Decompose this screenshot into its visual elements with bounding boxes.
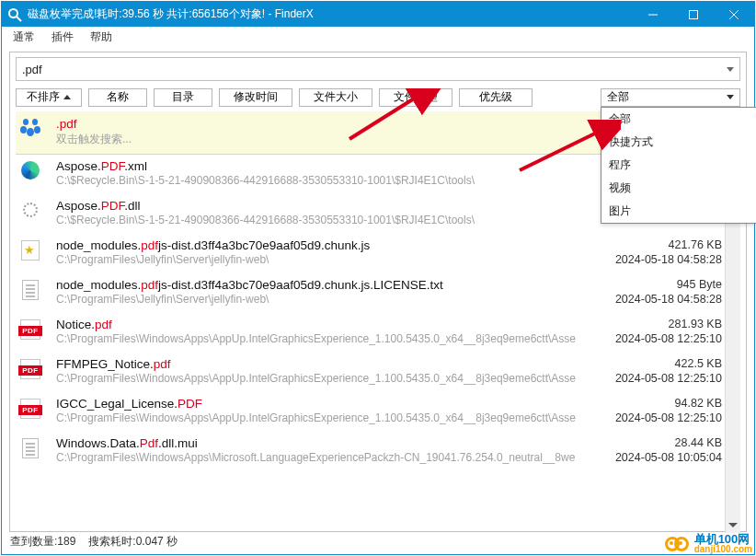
file-date: 2024-05-18 04:58:28 (577, 293, 722, 306)
scroll-down-icon[interactable] (726, 517, 740, 533)
window-title: 磁盘枚举完成!耗时:39.56 秒 共计:656156个对象! - Finder… (28, 6, 633, 22)
menu-plugins[interactable]: 插件 (46, 28, 79, 47)
status-bar: 查到数量:189 搜索耗时:0.047 秒 (10, 533, 746, 550)
file-name: node_modules.pdfjs-dist.d3ff4a3bc70e9aaf… (56, 278, 577, 292)
col-name[interactable]: 名称 (88, 88, 147, 107)
file-path: C:\$Recycle.Bin\S-1-5-21-490908366-44291… (56, 214, 577, 226)
list-item[interactable]: node_modules.pdfjs-dist.d3ff4a3bc70e9aaf… (16, 272, 740, 312)
dropdown-icon (727, 95, 734, 99)
menu-help[interactable]: 帮助 (85, 28, 118, 47)
filter-opt-image[interactable]: 图片 (601, 200, 756, 223)
file-path: C:\ProgramFiles\WindowsApps\Microsoft.La… (56, 451, 577, 464)
filter-dropdown-list: 全部 快捷方式 程序 视频 图片 (601, 107, 756, 224)
status-time: 搜索耗时:0.047 秒 (88, 534, 178, 550)
file-name: Aspose.PDF.dll (56, 199, 577, 213)
file-date: 2024-05-08 10:05:04 (577, 451, 722, 464)
file-date: 2024-05-08 12:25:10 (577, 411, 722, 424)
filter-opt-video[interactable]: 视频 (601, 177, 756, 200)
filter-selected: 全部 (607, 89, 629, 105)
baidu-icon (20, 119, 40, 139)
list-item[interactable]: node_modules.pdfjs-dist.d3ff4a3bc70e9aaf… (16, 233, 740, 272)
list-item[interactable]: PDF IGCC_Legal_License.PDFC:\ProgramFile… (16, 391, 740, 431)
file-size: 94.82 KB (577, 397, 722, 410)
file-date: 2024-05-08 12:25:10 (577, 332, 722, 345)
file-size: 421.76 KB (577, 238, 722, 251)
pdf-icon: PDF (20, 319, 40, 340)
file-path: C:\ProgramFiles\WindowsApps\AppUp.IntelG… (56, 332, 577, 345)
file-name: Windows.Data.Pdf.dll.mui (56, 436, 577, 450)
column-header: 不排序 名称 目录 修改时间 文件大小 文件类型 优先级 全部 全部 快捷方式 … (16, 87, 740, 107)
sort-arrow-icon (63, 95, 71, 99)
file-date: 2024-05-18 04:58:28 (577, 253, 722, 266)
file-name: Aspose.PDF.xml (56, 159, 577, 173)
close-button[interactable] (714, 2, 754, 27)
filter-dropdown[interactable]: 全部 全部 快捷方式 程序 视频 图片 (601, 88, 740, 107)
col-priority[interactable]: 优先级 (459, 88, 533, 107)
search-dropdown-icon[interactable] (727, 67, 734, 72)
col-type[interactable]: 文件类型 (379, 88, 452, 107)
col-dir[interactable]: 目录 (154, 88, 212, 107)
col-sort[interactable]: 不排序 (16, 88, 82, 107)
svg-rect-3 (690, 10, 698, 18)
file-name: FFMPEG_Notice.pdf (56, 357, 577, 371)
app-icon (7, 7, 22, 22)
edge-icon (21, 161, 40, 180)
maximize-button[interactable] (673, 2, 714, 27)
file-name: node_modules.pdfjs-dist.d3ff4a3bc70e9aaf… (56, 238, 577, 252)
file-size: 422.5 KB (577, 357, 722, 370)
file-path: C:\ProgramFiles\Jellyfin\Server\jellyfin… (56, 253, 577, 266)
file-size: 945 Byte (577, 278, 722, 291)
js-icon (21, 240, 40, 261)
search-text: .pdf (22, 63, 727, 76)
file-path: C:\ProgramFiles\WindowsApps\AppUp.IntelG… (56, 411, 577, 424)
titlebar[interactable]: 磁盘枚举完成!耗时:39.56 秒 共计:656156个对象! - Finder… (2, 2, 754, 27)
filter-opt-all[interactable]: 全部 (601, 108, 756, 131)
file-size: 281.93 KB (577, 318, 722, 330)
file-name: IGCC_Legal_License.PDF (56, 397, 577, 411)
menu-common[interactable]: 通常 (7, 28, 40, 47)
filter-opt-shortcut[interactable]: 快捷方式 (601, 131, 756, 154)
list-item[interactable]: PDF Notice.pdfC:\ProgramFiles\WindowsApp… (16, 312, 740, 352)
list-item[interactable]: Windows.Data.Pdf.dll.muiC:\ProgramFiles\… (16, 431, 740, 470)
file-date: 2024-05-08 12:25:10 (577, 372, 722, 385)
file-path: C:\ProgramFiles\Jellyfin\Server\jellyfin… (56, 293, 577, 306)
svg-point-0 (9, 9, 17, 17)
file-name: Notice.pdf (56, 318, 577, 331)
minimize-button[interactable] (633, 2, 673, 27)
watermark: 单机100网danji100.com (665, 533, 752, 554)
list-item[interactable]: PDF FFMPEG_Notice.pdfC:\ProgramFiles\Win… (16, 352, 740, 391)
file-path: C:\$Recycle.Bin\S-1-5-21-490908366-44291… (56, 174, 577, 187)
filter-opt-program[interactable]: 程序 (601, 154, 756, 177)
search-input[interactable]: .pdf (16, 57, 740, 81)
pdf-icon: PDF (20, 399, 40, 419)
mui-icon (22, 438, 39, 458)
col-size[interactable]: 文件大小 (299, 88, 372, 107)
pdf-icon: PDF (20, 359, 40, 379)
file-size: 28.44 KB (577, 436, 722, 449)
svg-line-1 (17, 17, 21, 21)
status-count: 查到数量:189 (10, 534, 75, 550)
col-mtime[interactable]: 修改时间 (219, 88, 292, 107)
file-path: C:\ProgramFiles\WindowsApps\AppUp.IntelG… (56, 372, 577, 385)
menubar: 通常 插件 帮助 (2, 27, 754, 48)
dll-icon (21, 201, 40, 219)
txt-icon (22, 280, 39, 300)
